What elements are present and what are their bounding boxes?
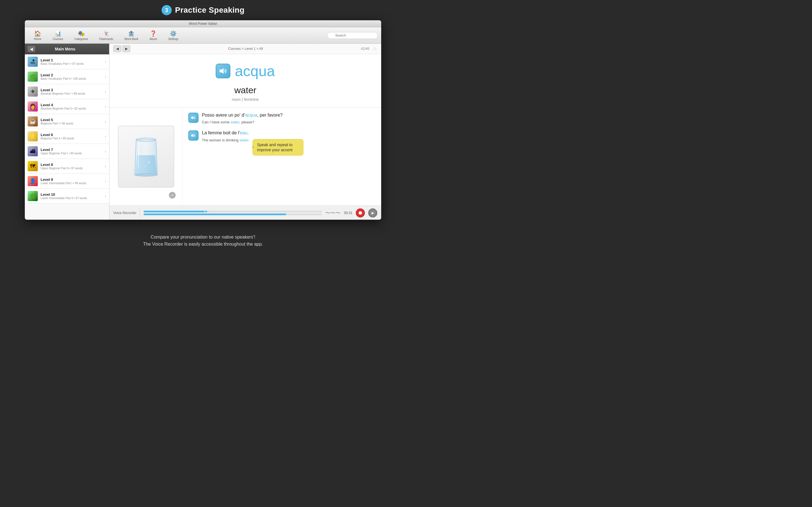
italian-sentence-2: La femme boit de l'eau. (202, 130, 375, 136)
expand-image-button[interactable]: + (169, 192, 175, 199)
flashcards-icon: 🃏 (103, 30, 110, 37)
categories-label: Categories (74, 38, 88, 41)
app-titlebar: Word Power Italian (25, 20, 381, 27)
search-input[interactable] (327, 32, 378, 39)
chevron-right-icon: › (105, 179, 106, 183)
level-thumbnail: 🌿 (28, 191, 38, 201)
settings-label: Settings (168, 38, 179, 41)
settings-icon: ⚙️ (170, 30, 177, 37)
main-area: ◀ Main Menu 🏖 Level 1 Basic Vocabulary P… (25, 44, 381, 220)
sentence2-english-prefix: The woman is drinking (202, 138, 240, 142)
level-info: Level 7 Upper Beginner Part I • 90 words (41, 148, 102, 155)
favorite-button[interactable]: ☆ (372, 45, 377, 52)
chevron-right-icon: › (105, 119, 106, 124)
italian-sentence-1: Posso avere un po' d'acqua, per favore? (202, 112, 375, 118)
bottom-caption: Compare your pronunciation to our native… (0, 233, 406, 248)
wave-icon: 〜〜〜 (325, 210, 341, 216)
chevron-right-icon: › (105, 74, 106, 79)
level-thumbnail: 🌿 (28, 71, 38, 82)
level-thumbnail: 👤 (28, 176, 38, 186)
search-wrapper: 🔍 (327, 32, 378, 39)
nav-home[interactable]: 🏠 Home (28, 29, 47, 42)
sentence1-italian-highlight: acqua (245, 113, 257, 117)
nav-items: 🏠 Home 📊 Courses 🎭 Categories 🃏 Flashcar… (28, 29, 327, 42)
list-item[interactable]: 🗺 Level 8 Upper Beginner Part II • 97 wo… (25, 159, 109, 174)
level-info: Level 1 Basic Vocabulary Part I • 87 wor… (41, 58, 102, 65)
list-item[interactable]: 👤 Level 9 Lower Intermediate Part I • 98… (25, 174, 109, 189)
list-item[interactable]: ✈ Level 3 Absolute Beginner Part I • 89 … (25, 84, 109, 99)
level-desc: Upper Beginner Part II • 97 words (41, 167, 102, 170)
level-thumbnail: ✈ (28, 87, 38, 97)
svg-point-4 (144, 166, 145, 167)
sentence1-english-highlight: water (231, 120, 239, 124)
window-title: Word Power Italian (189, 22, 217, 25)
word-display: acqua water noun | feminine (109, 54, 381, 108)
list-item[interactable]: 🌿 Level 2 Basic Vocabulary Part II • 100… (25, 69, 109, 84)
sentence1-english-suffix: , please? (239, 120, 254, 124)
level-desc: Lower Intermediate Part II • 97 words (41, 196, 102, 200)
nav-courses[interactable]: 📊 Courses (47, 29, 69, 42)
level-info: Level 2 Basic Vocabulary Part II • 100 w… (41, 73, 102, 80)
svg-point-3 (148, 161, 150, 163)
nav-bar: 🏠 Home 📊 Courses 🎭 Categories 🃏 Flashcar… (25, 27, 381, 44)
nav-flashcards[interactable]: 🃏 Flashcards (94, 29, 119, 42)
level-desc: Lower Intermediate Part I • 98 words (41, 182, 102, 185)
prev-button[interactable]: ◀ (113, 45, 121, 52)
level-info: Level 10 Lower Intermediate Part II • 97… (41, 192, 102, 200)
nav-about[interactable]: ❓ About (144, 29, 163, 42)
level-desc: Absolute Beginner Part II • 82 words (41, 107, 102, 110)
level-desc: Absolute Beginner Part I • 89 words (41, 92, 102, 95)
level-name: Level 7 (41, 148, 102, 152)
level-list: 🏖 Level 1 Basic Vocabulary Part I • 87 w… (25, 54, 109, 220)
play-button[interactable]: ▶ (368, 209, 377, 217)
about-label: About (150, 38, 157, 41)
sentence2-english-highlight: water (240, 138, 248, 142)
italian-word: acqua (235, 62, 275, 79)
level-info: Level 8 Upper Beginner Part II • 97 word… (41, 163, 102, 170)
sentences-panel: Posso avere un po' d'acqua, per favore? … (183, 108, 381, 205)
sentence1-speaker-button[interactable] (188, 113, 199, 123)
list-item[interactable]: ☕ Level 5 Beginner Part I • 96 words › (25, 114, 109, 129)
level-name: Level 4 (41, 103, 102, 107)
sidebar-back-button[interactable]: ◀ (28, 46, 35, 52)
english-sentence-1: Can I have some water, please? (202, 120, 375, 124)
sentence2-speaker-button[interactable] (188, 130, 199, 140)
record-button[interactable] (356, 209, 365, 217)
chevron-right-icon: › (105, 194, 106, 198)
glass-svg (129, 134, 163, 179)
next-button[interactable]: ▶ (122, 45, 130, 52)
courses-label: Courses (53, 38, 63, 41)
level-name: Level 10 (41, 192, 102, 196)
sidebar: ◀ Main Menu 🏖 Level 1 Basic Vocabulary P… (25, 44, 109, 220)
sentence-2-texts: La femme boit de l'eau. The woman is dri… (202, 130, 375, 156)
list-item[interactable]: 🏙 Level 7 Upper Beginner Part I • 90 wor… (25, 144, 109, 159)
sentence2-italian-suffix: . (247, 130, 248, 135)
list-item[interactable]: 🌿 Level 10 Lower Intermediate Part II • … (25, 189, 109, 204)
level-name: Level 5 (41, 118, 102, 122)
level-info: Level 5 Beginner Part I • 96 words (41, 118, 102, 125)
step-badge: 3 (161, 5, 172, 15)
list-item[interactable]: 🌟 Level 6 Beginner Part II • 99 words › (25, 129, 109, 144)
track-bar-2[interactable] (144, 214, 322, 215)
list-item[interactable]: 👩 Level 4 Absolute Beginner Part II • 82… (25, 99, 109, 114)
nav-categories[interactable]: 🎭 Categories (69, 29, 94, 42)
page-count: 42/46 (361, 47, 369, 51)
track-fill-2 (144, 214, 286, 215)
speaker-icon (191, 133, 196, 137)
list-item[interactable]: 🏖 Level 1 Basic Vocabulary Part I • 87 w… (25, 54, 109, 69)
top-header: 3 Practice Speaking (0, 0, 406, 18)
nav-wordbank[interactable]: 🏦 Word Bank (119, 29, 144, 42)
sentence1-italian-prefix: Posso avere un po' d' (202, 113, 245, 117)
level-name: Level 3 (41, 88, 102, 92)
recorder-label: Voice Recorder (113, 211, 137, 215)
sentence2-italian-prefix: La femme boit de l' (202, 130, 240, 135)
chevron-right-icon: › (105, 164, 106, 168)
level-thumbnail: ☕ (28, 116, 38, 126)
track-wrapper (144, 211, 322, 215)
caption-line-2: The Voice Recorder is easily accessible … (0, 240, 406, 248)
word-speaker-button[interactable] (216, 64, 231, 78)
categories-icon: 🎭 (78, 30, 85, 37)
track-bar-1[interactable] (144, 211, 322, 212)
nav-settings[interactable]: ⚙️ Settings (163, 29, 184, 42)
level-name: Level 2 (41, 73, 102, 77)
